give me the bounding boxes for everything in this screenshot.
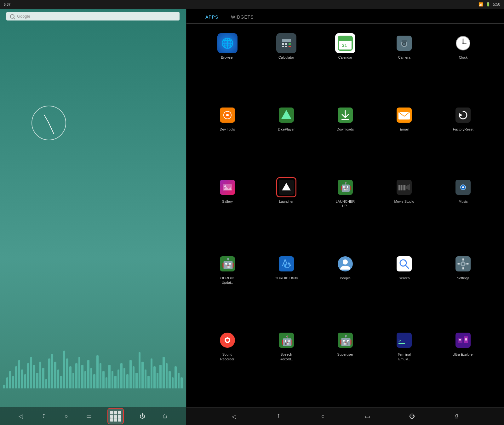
back-button-right[interactable]: ◁ — [230, 412, 238, 421]
wifi-icon: 📶 — [478, 2, 483, 7]
share-button[interactable]: ⤴ — [39, 412, 48, 421]
svg-rect-77 — [455, 333, 471, 348]
app-item-music[interactable]: Music — [435, 174, 491, 248]
app-label-email: Email — [400, 127, 409, 131]
power-button[interactable]: ⏻ — [138, 412, 147, 421]
waveform-bar — [54, 362, 56, 388]
share-button-right[interactable]: ⤴ — [274, 412, 283, 421]
waveform-bar — [163, 357, 165, 388]
power-button-right[interactable]: ⏻ — [408, 412, 416, 421]
back-button[interactable]: ◁ — [16, 412, 25, 421]
app-item-soundrecorder[interactable]: Sound Recorder — [199, 327, 255, 401]
app-icon-search — [394, 254, 414, 274]
app-item-settings[interactable]: Settings — [435, 251, 491, 325]
app-item-superuser[interactable]: 🤖Superuser — [317, 327, 373, 401]
app-label-ultraexplorer: Ultra Explorer — [453, 352, 474, 357]
app-item-launcher[interactable]: Launcher — [258, 174, 314, 248]
app-icon-calendar: 31 — [335, 33, 355, 53]
app-item-speechrecorder[interactable]: 🤖Speech Record.. — [258, 327, 314, 401]
app-label-music: Music — [459, 199, 468, 204]
waveform-bar — [114, 376, 117, 388]
app-icon-superuser: 🤖 — [335, 330, 355, 350]
waveform-bar — [169, 371, 171, 388]
home-screen: Google ◁ ⤴ ○ ▭ — [0, 9, 186, 425]
waveform-bar — [175, 366, 177, 388]
app-item-camera[interactable]: Camera — [376, 30, 432, 99]
app-item-email[interactable]: Email — [376, 102, 432, 171]
waveform-bar — [178, 373, 180, 388]
svg-rect-16 — [402, 40, 407, 42]
app-item-people[interactable]: People — [317, 251, 373, 325]
bottom-nav-left: ◁ ⤴ ○ ▭ ⏻ ⎙ — [0, 407, 186, 425]
waveform-bar — [139, 352, 141, 388]
waveform-bar — [21, 370, 23, 388]
app-item-terminalemula[interactable]: >_Terminal Emula.. — [376, 327, 432, 401]
home-button[interactable]: ○ — [62, 412, 71, 421]
tab-apps[interactable]: APPS — [205, 11, 218, 23]
status-time-left: 5:37 — [4, 3, 10, 6]
waveform-bar — [51, 354, 54, 388]
app-item-odroidutility[interactable]: ODROID Utility — [258, 251, 314, 325]
app-item-moviestudio[interactable]: Movie Studio — [376, 174, 432, 248]
app-item-browser[interactable]: 🌐Browser — [199, 30, 255, 99]
app-item-calculator[interactable]: Calculator — [258, 30, 314, 99]
app-item-diceplayer[interactable]: DicePlayer — [258, 102, 314, 171]
svg-rect-78 — [458, 338, 462, 343]
app-label-odroidupdate: ODROID Updat.. — [215, 276, 240, 285]
waveform-bar — [145, 370, 147, 388]
app-item-calendar[interactable]: 31Calendar — [317, 30, 373, 99]
waveform-bar — [112, 371, 114, 388]
waveform-bar — [93, 374, 95, 388]
waveform-bar — [45, 379, 48, 388]
app-item-factoryreset[interactable]: FactoryReset — [435, 102, 491, 171]
status-right: 📶 🔋 5:50 — [478, 2, 500, 7]
svg-point-20 — [462, 43, 464, 44]
recents-button-right[interactable]: ▭ — [363, 412, 372, 421]
home-button-right[interactable]: ○ — [318, 412, 327, 421]
waveform-bar — [153, 366, 156, 388]
recents-button[interactable]: ▭ — [85, 412, 94, 421]
app-icon-camera — [394, 33, 414, 53]
app-item-search[interactable]: Search — [376, 251, 432, 325]
app-label-browser: Browser — [221, 55, 233, 60]
svg-text:🤖: 🤖 — [222, 258, 234, 270]
waveform-bar — [108, 365, 111, 388]
clock-hour-hand — [44, 115, 49, 123]
app-item-devtools[interactable]: Dev Tools — [199, 102, 255, 171]
app-drawer: APPS WIDGETS 🌐BrowserCalculator31Calenda… — [186, 9, 504, 425]
waveform-bar — [57, 370, 60, 388]
app-item-gallery[interactable]: Gallery — [199, 174, 255, 248]
app-item-downloads[interactable]: Downloads — [317, 102, 373, 171]
app-icon-launcher — [276, 177, 296, 197]
tab-widgets[interactable]: WIDGETS — [231, 11, 254, 23]
search-bar[interactable]: Google — [6, 12, 180, 20]
app-item-odroidupdate[interactable]: 🤖ODROID Updat.. — [199, 251, 255, 325]
search-icon — [10, 14, 14, 19]
waveform-bar — [106, 377, 108, 388]
waveform-bar — [72, 373, 75, 388]
app-icon-odroidupdate: 🤖 — [217, 254, 238, 274]
svg-text:🤖: 🤖 — [340, 335, 352, 346]
svg-rect-7 — [289, 46, 291, 47]
svg-rect-30 — [455, 108, 471, 123]
app-item-ultraexplorer[interactable]: Ultra Explorer — [435, 327, 491, 401]
screenshot-button[interactable]: ⎙ — [161, 412, 169, 421]
waveform-bar — [36, 373, 38, 388]
waveform-bar — [66, 358, 68, 388]
waveform-bar — [27, 363, 29, 388]
app-label-soundrecorder: Sound Recorder — [215, 352, 240, 361]
svg-rect-4 — [289, 43, 291, 45]
screenshot-button-right[interactable]: ⎙ — [452, 412, 461, 421]
app-label-clock: Clock — [459, 55, 468, 60]
app-item-launcherup[interactable]: 🤖LAUNCHER UP.. — [317, 174, 373, 248]
svg-rect-65 — [457, 263, 460, 265]
app-label-launcherup: LAUNCHER UP.. — [333, 199, 358, 208]
svg-rect-43 — [398, 185, 400, 190]
waveform-bar — [133, 366, 135, 388]
app-item-clock[interactable]: Clock — [435, 30, 491, 99]
svg-rect-44 — [401, 185, 402, 190]
waveform-bar — [6, 377, 9, 388]
apps-launcher-button[interactable] — [107, 408, 124, 424]
waveform-bar — [75, 363, 77, 388]
apps-grid-icon — [110, 411, 121, 422]
